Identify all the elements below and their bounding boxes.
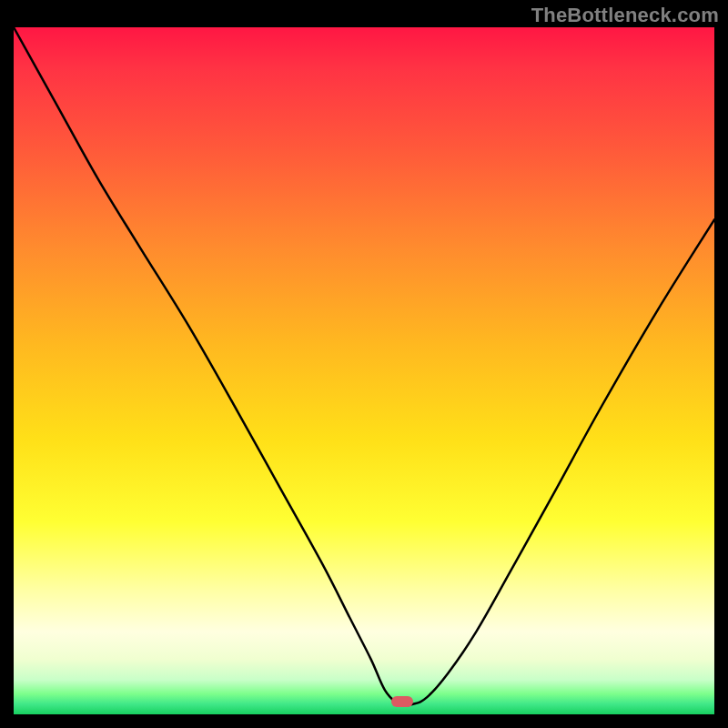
chart-frame: TheBottleneck.com xyxy=(0,0,728,728)
watermark-text: TheBottleneck.com xyxy=(531,4,719,27)
plot-area xyxy=(14,27,714,714)
background-gradient xyxy=(14,27,714,714)
optimal-marker-icon xyxy=(391,696,413,707)
